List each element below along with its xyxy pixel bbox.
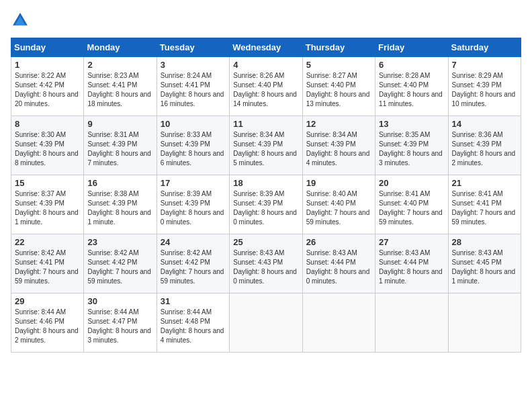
calendar-cell: 9 Sunrise: 8:31 AMSunset: 4:39 PMDayligh… <box>84 116 157 175</box>
day-number: 22 <box>15 237 80 247</box>
calendar-cell: 25 Sunrise: 8:43 AMSunset: 4:43 PMDaylig… <box>230 234 302 293</box>
day-number: 2 <box>87 60 152 70</box>
calendar-cell: 24 Sunrise: 8:42 AMSunset: 4:42 PMDaylig… <box>157 234 229 293</box>
calendar-cell: 29 Sunrise: 8:44 AMSunset: 4:46 PMDaylig… <box>11 293 84 353</box>
day-number: 28 <box>452 237 517 247</box>
day-number: 14 <box>452 119 517 129</box>
day-number: 25 <box>233 237 298 247</box>
calendar-cell: 5 Sunrise: 8:27 AMSunset: 4:40 PMDayligh… <box>302 57 375 116</box>
calendar-cell: 15 Sunrise: 8:37 AMSunset: 4:39 PMDaylig… <box>11 175 84 234</box>
day-number: 7 <box>452 60 517 70</box>
day-detail: Sunrise: 8:43 AMSunset: 4:43 PMDaylight:… <box>233 249 297 285</box>
calendar-cell: 23 Sunrise: 8:42 AMSunset: 4:42 PMDaylig… <box>84 234 157 293</box>
calendar-cell <box>230 293 302 353</box>
week-row-4: 22 Sunrise: 8:42 AMSunset: 4:41 PMDaylig… <box>11 234 521 293</box>
calendar-cell: 30 Sunrise: 8:44 AMSunset: 4:47 PMDaylig… <box>84 293 157 353</box>
calendar-cell: 7 Sunrise: 8:29 AMSunset: 4:39 PMDayligh… <box>448 57 521 116</box>
day-detail: Sunrise: 8:31 AMSunset: 4:39 PMDaylight:… <box>87 131 151 167</box>
day-number: 3 <box>161 60 226 70</box>
calendar-cell: 13 Sunrise: 8:35 AMSunset: 4:39 PMDaylig… <box>375 116 448 175</box>
calendar-cell: 20 Sunrise: 8:41 AMSunset: 4:40 PMDaylig… <box>375 175 448 234</box>
day-number: 11 <box>233 119 298 129</box>
day-number: 24 <box>161 237 226 247</box>
day-detail: Sunrise: 8:24 AMSunset: 4:41 PMDaylight:… <box>161 72 224 107</box>
calendar-cell: 10 Sunrise: 8:33 AMSunset: 4:39 PMDaylig… <box>157 116 229 175</box>
day-detail: Sunrise: 8:38 AMSunset: 4:39 PMDaylight:… <box>87 190 151 226</box>
day-number: 8 <box>15 119 80 129</box>
day-number: 13 <box>379 119 444 129</box>
day-detail: Sunrise: 8:43 AMSunset: 4:45 PMDaylight:… <box>452 249 516 285</box>
day-number: 15 <box>15 178 80 188</box>
week-row-1: 1 Sunrise: 8:22 AMSunset: 4:42 PMDayligh… <box>11 57 521 116</box>
week-row-3: 15 Sunrise: 8:37 AMSunset: 4:39 PMDaylig… <box>11 175 521 234</box>
day-detail: Sunrise: 8:42 AMSunset: 4:42 PMDaylight:… <box>161 249 224 285</box>
week-row-5: 29 Sunrise: 8:44 AMSunset: 4:46 PMDaylig… <box>11 293 521 353</box>
day-detail: Sunrise: 8:27 AMSunset: 4:40 PMDaylight:… <box>306 72 370 107</box>
day-detail: Sunrise: 8:42 AMSunset: 4:42 PMDaylight:… <box>87 249 151 285</box>
day-detail: Sunrise: 8:34 AMSunset: 4:39 PMDaylight:… <box>233 131 297 167</box>
calendar-cell: 28 Sunrise: 8:43 AMSunset: 4:45 PMDaylig… <box>448 234 521 293</box>
calendar-cell: 17 Sunrise: 8:39 AMSunset: 4:39 PMDaylig… <box>157 175 229 234</box>
day-number: 16 <box>87 178 152 188</box>
calendar-cell: 6 Sunrise: 8:28 AMSunset: 4:40 PMDayligh… <box>375 57 448 116</box>
day-detail: Sunrise: 8:42 AMSunset: 4:41 PMDaylight:… <box>15 249 79 285</box>
day-detail: Sunrise: 8:34 AMSunset: 4:39 PMDaylight:… <box>306 131 370 167</box>
calendar-cell: 8 Sunrise: 8:30 AMSunset: 4:39 PMDayligh… <box>11 116 84 175</box>
day-detail: Sunrise: 8:39 AMSunset: 4:39 PMDaylight:… <box>233 190 297 226</box>
day-number: 9 <box>87 119 152 129</box>
day-number: 20 <box>379 178 444 188</box>
calendar: SundayMondayTuesdayWednesdayThursdayFrid… <box>11 38 521 353</box>
weekday-header-monday: Monday <box>84 38 157 57</box>
day-detail: Sunrise: 8:44 AMSunset: 4:48 PMDaylight:… <box>161 308 224 344</box>
day-number: 31 <box>161 296 226 306</box>
day-detail: Sunrise: 8:43 AMSunset: 4:44 PMDaylight:… <box>379 249 443 285</box>
day-detail: Sunrise: 8:33 AMSunset: 4:39 PMDaylight:… <box>161 131 224 167</box>
calendar-cell: 21 Sunrise: 8:41 AMSunset: 4:41 PMDaylig… <box>448 175 521 234</box>
day-detail: Sunrise: 8:43 AMSunset: 4:44 PMDaylight:… <box>306 249 370 285</box>
calendar-cell <box>302 293 375 353</box>
day-number: 10 <box>161 119 226 129</box>
weekday-header-row: SundayMondayTuesdayWednesdayThursdayFrid… <box>11 38 521 57</box>
day-detail: Sunrise: 8:26 AMSunset: 4:40 PMDaylight:… <box>233 72 297 107</box>
calendar-cell: 12 Sunrise: 8:34 AMSunset: 4:39 PMDaylig… <box>302 116 375 175</box>
calendar-cell: 16 Sunrise: 8:38 AMSunset: 4:39 PMDaylig… <box>84 175 157 234</box>
day-number: 1 <box>15 60 80 70</box>
day-detail: Sunrise: 8:41 AMSunset: 4:40 PMDaylight:… <box>379 190 443 226</box>
calendar-cell: 4 Sunrise: 8:26 AMSunset: 4:40 PMDayligh… <box>230 57 302 116</box>
calendar-cell: 22 Sunrise: 8:42 AMSunset: 4:41 PMDaylig… <box>11 234 84 293</box>
day-detail: Sunrise: 8:37 AMSunset: 4:39 PMDaylight:… <box>15 190 79 226</box>
day-detail: Sunrise: 8:23 AMSunset: 4:41 PMDaylight:… <box>87 72 151 107</box>
weekday-header-sunday: Sunday <box>11 38 84 57</box>
day-detail: Sunrise: 8:36 AMSunset: 4:39 PMDaylight:… <box>452 131 516 167</box>
day-number: 27 <box>379 237 444 247</box>
day-detail: Sunrise: 8:35 AMSunset: 4:39 PMDaylight:… <box>379 131 443 167</box>
day-detail: Sunrise: 8:44 AMSunset: 4:46 PMDaylight:… <box>15 308 79 344</box>
calendar-cell <box>448 293 521 353</box>
calendar-cell: 1 Sunrise: 8:22 AMSunset: 4:42 PMDayligh… <box>11 57 84 116</box>
page-container: SundayMondayTuesdayWednesdayThursdayFrid… <box>0 0 532 359</box>
calendar-cell: 14 Sunrise: 8:36 AMSunset: 4:39 PMDaylig… <box>448 116 521 175</box>
day-number: 30 <box>87 296 152 306</box>
calendar-cell: 19 Sunrise: 8:40 AMSunset: 4:40 PMDaylig… <box>302 175 375 234</box>
week-row-2: 8 Sunrise: 8:30 AMSunset: 4:39 PMDayligh… <box>11 116 521 175</box>
calendar-cell: 31 Sunrise: 8:44 AMSunset: 4:48 PMDaylig… <box>157 293 229 353</box>
day-number: 18 <box>233 178 298 188</box>
day-detail: Sunrise: 8:44 AMSunset: 4:47 PMDaylight:… <box>87 308 151 344</box>
day-detail: Sunrise: 8:30 AMSunset: 4:39 PMDaylight:… <box>15 131 79 167</box>
day-detail: Sunrise: 8:28 AMSunset: 4:40 PMDaylight:… <box>379 72 443 107</box>
calendar-cell: 26 Sunrise: 8:43 AMSunset: 4:44 PMDaylig… <box>302 234 375 293</box>
calendar-cell: 2 Sunrise: 8:23 AMSunset: 4:41 PMDayligh… <box>84 57 157 116</box>
calendar-cell: 18 Sunrise: 8:39 AMSunset: 4:39 PMDaylig… <box>230 175 302 234</box>
day-number: 29 <box>15 296 80 306</box>
logo-icon <box>11 11 30 30</box>
day-detail: Sunrise: 8:40 AMSunset: 4:40 PMDaylight:… <box>306 190 370 226</box>
weekday-header-thursday: Thursday <box>302 38 375 57</box>
logo <box>11 11 32 30</box>
calendar-cell <box>375 293 448 353</box>
day-detail: Sunrise: 8:29 AMSunset: 4:39 PMDaylight:… <box>452 72 516 107</box>
day-number: 21 <box>452 178 517 188</box>
day-number: 12 <box>306 119 371 129</box>
day-number: 5 <box>306 60 371 70</box>
header <box>11 11 521 30</box>
weekday-header-wednesday: Wednesday <box>230 38 302 57</box>
